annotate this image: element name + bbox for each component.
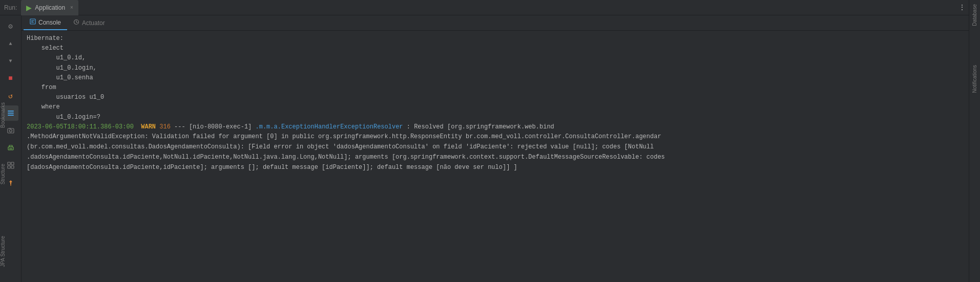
svg-rect-12 <box>11 166 14 168</box>
bookmarks-label[interactable]: Bookmarks <box>0 102 8 128</box>
run-label: Run: <box>4 4 17 11</box>
structure-label[interactable]: Structure <box>0 164 8 185</box>
actuator-icon <box>73 19 79 27</box>
console-line: u1_0.id, <box>27 53 975 63</box>
tab-actuator[interactable]: Actuator <box>67 15 111 30</box>
title-bar: Run: ▶ Application × ⋮ — <box>0 0 980 15</box>
rerun-icon[interactable]: ↺ <box>3 88 18 103</box>
svg-rect-7 <box>9 145 12 147</box>
app-run-icon: ▶ <box>26 4 32 12</box>
database-label[interactable]: Database <box>971 15 978 30</box>
svg-rect-2 <box>8 115 14 116</box>
main-layout: ⚙ ▲ ▼ ■ ↺ <box>0 15 980 282</box>
console-line: u1_0.login, <box>27 63 975 73</box>
notifications-label[interactable]: Notifications <box>971 61 978 97</box>
app-tab[interactable]: ▶ Application × <box>21 0 78 15</box>
console-line: where <box>27 102 975 112</box>
scroll-down-icon[interactable]: ▼ <box>3 53 18 69</box>
console-line: select <box>27 44 975 53</box>
svg-rect-0 <box>8 111 14 112</box>
svg-rect-3 <box>8 128 14 133</box>
tab-close-button[interactable]: × <box>70 5 73 10</box>
stop-icon[interactable]: ■ <box>3 71 18 86</box>
svg-line-20 <box>76 22 78 23</box>
svg-rect-10 <box>11 162 14 165</box>
app-tab-label: Application <box>35 4 65 11</box>
tab-actuator-label: Actuator <box>82 19 105 27</box>
scroll-up-icon[interactable]: ▲ <box>3 36 18 51</box>
console-output[interactable]: Hibernate: select u1_0.id, u1_0.login, u… <box>22 31 980 282</box>
more-options-button[interactable]: ⋮ <box>958 3 966 12</box>
sub-tabs: Console Actuator <box>22 15 980 31</box>
tab-console-label: Console <box>38 19 61 26</box>
console-line: Hibernate: <box>27 34 975 44</box>
svg-rect-1 <box>8 113 14 114</box>
console-line: u1_0.senha <box>27 73 975 83</box>
warn-log-block: 2023-06-05T18:00:11.386-03:00 WARN 316 -… <box>27 122 975 173</box>
console-line: u1_0.login=? <box>27 113 975 122</box>
settings-icon[interactable]: ⚙ <box>3 18 18 34</box>
svg-rect-5 <box>9 128 11 129</box>
console-line: usuarios u1_0 <box>27 93 975 102</box>
tab-console[interactable]: Console <box>24 15 67 30</box>
svg-point-4 <box>9 129 12 132</box>
console-line: from <box>27 83 975 93</box>
right-sidebar: Database Notifications <box>969 15 980 282</box>
jpa-structure-label[interactable]: JPA Structure <box>0 236 8 267</box>
content-area: Console Actuator Hibernate: select u1_0.… <box>22 15 980 282</box>
svg-rect-8 <box>9 148 12 149</box>
console-icon <box>30 18 36 26</box>
